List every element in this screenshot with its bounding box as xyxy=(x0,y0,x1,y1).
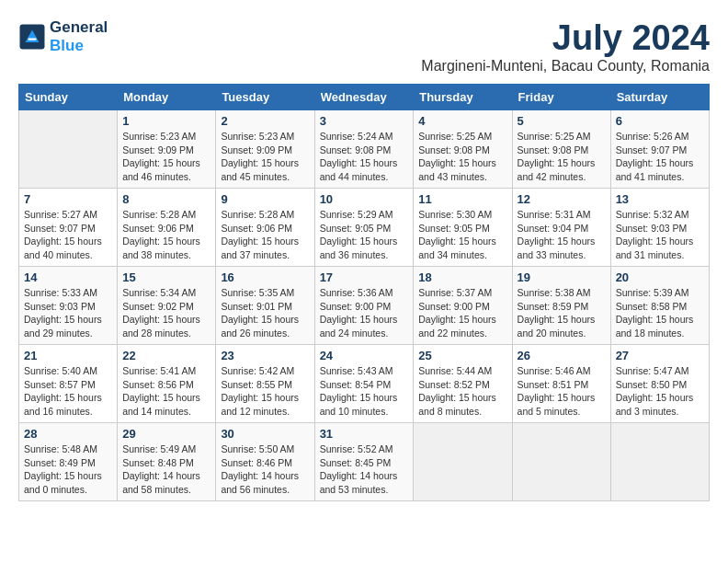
day-info: Sunrise: 5:30 AM Sunset: 9:05 PM Dayligh… xyxy=(418,208,506,262)
calendar-cell: 18Sunrise: 5:37 AM Sunset: 9:00 PM Dayli… xyxy=(414,267,512,345)
day-info: Sunrise: 5:35 AM Sunset: 9:01 PM Dayligh… xyxy=(221,286,309,340)
weekday-header: Saturday xyxy=(610,85,709,110)
calendar-cell: 4Sunrise: 5:25 AM Sunset: 9:08 PM Daylig… xyxy=(414,110,512,189)
calendar-week-row: 7Sunrise: 5:27 AM Sunset: 9:07 PM Daylig… xyxy=(19,189,710,267)
day-number: 14 xyxy=(24,270,112,284)
day-info: Sunrise: 5:48 AM Sunset: 8:49 PM Dayligh… xyxy=(24,442,112,497)
calendar-cell: 25Sunrise: 5:44 AM Sunset: 8:52 PM Dayli… xyxy=(414,345,512,423)
logo-icon xyxy=(18,23,46,51)
weekday-header: Wednesday xyxy=(314,85,414,110)
calendar-cell: 13Sunrise: 5:32 AM Sunset: 9:03 PM Dayli… xyxy=(610,189,709,267)
calendar-cell: 5Sunrise: 5:25 AM Sunset: 9:08 PM Daylig… xyxy=(512,110,610,189)
day-number: 29 xyxy=(122,427,210,441)
calendar-week-row: 21Sunrise: 5:40 AM Sunset: 8:57 PM Dayli… xyxy=(19,345,710,423)
weekday-header: Monday xyxy=(118,85,216,110)
calendar-cell: 30Sunrise: 5:50 AM Sunset: 8:46 PM Dayli… xyxy=(216,423,314,501)
calendar-cell: 14Sunrise: 5:33 AM Sunset: 9:03 PM Dayli… xyxy=(19,267,118,345)
calendar-cell: 12Sunrise: 5:31 AM Sunset: 9:04 PM Dayli… xyxy=(512,189,610,267)
day-number: 25 xyxy=(418,349,506,362)
day-info: Sunrise: 5:25 AM Sunset: 9:08 PM Dayligh… xyxy=(418,130,506,184)
day-number: 7 xyxy=(24,192,112,206)
calendar-cell: 24Sunrise: 5:43 AM Sunset: 8:54 PM Dayli… xyxy=(314,345,414,423)
calendar-cell: 10Sunrise: 5:29 AM Sunset: 9:05 PM Dayli… xyxy=(314,189,414,267)
day-info: Sunrise: 5:41 AM Sunset: 8:56 PM Dayligh… xyxy=(122,364,210,419)
weekday-header: Thursday xyxy=(414,85,512,110)
calendar-cell: 26Sunrise: 5:46 AM Sunset: 8:51 PM Dayli… xyxy=(512,345,610,423)
calendar-cell: 2Sunrise: 5:23 AM Sunset: 9:09 PM Daylig… xyxy=(216,110,314,189)
calendar-table: SundayMondayTuesdayWednesdayThursdayFrid… xyxy=(18,84,710,501)
calendar-cell: 11Sunrise: 5:30 AM Sunset: 9:05 PM Dayli… xyxy=(414,189,512,267)
day-number: 4 xyxy=(418,114,506,128)
day-number: 28 xyxy=(24,427,112,441)
calendar-header-row: SundayMondayTuesdayWednesdayThursdayFrid… xyxy=(19,85,710,110)
calendar-cell xyxy=(512,423,610,501)
month-title: July 2024 xyxy=(421,18,710,58)
day-number: 27 xyxy=(616,349,704,362)
calendar-cell: 28Sunrise: 5:48 AM Sunset: 8:49 PM Dayli… xyxy=(19,423,118,501)
day-number: 9 xyxy=(221,192,309,206)
day-number: 6 xyxy=(616,114,704,128)
day-number: 16 xyxy=(221,270,309,284)
calendar-cell: 8Sunrise: 5:28 AM Sunset: 9:06 PM Daylig… xyxy=(118,189,216,267)
calendar-cell: 1Sunrise: 5:23 AM Sunset: 9:09 PM Daylig… xyxy=(118,110,216,189)
day-number: 31 xyxy=(320,427,409,441)
day-info: Sunrise: 5:23 AM Sunset: 9:09 PM Dayligh… xyxy=(221,130,309,184)
calendar-cell: 27Sunrise: 5:47 AM Sunset: 8:50 PM Dayli… xyxy=(610,345,709,423)
svg-rect-2 xyxy=(28,39,37,40)
calendar-cell: 6Sunrise: 5:26 AM Sunset: 9:07 PM Daylig… xyxy=(610,110,709,189)
calendar-cell: 3Sunrise: 5:24 AM Sunset: 9:08 PM Daylig… xyxy=(314,110,414,189)
calendar-cell: 7Sunrise: 5:27 AM Sunset: 9:07 PM Daylig… xyxy=(19,189,118,267)
day-number: 23 xyxy=(221,349,309,362)
day-number: 20 xyxy=(616,270,704,284)
day-info: Sunrise: 5:24 AM Sunset: 9:08 PM Dayligh… xyxy=(320,130,409,184)
day-number: 8 xyxy=(122,192,210,206)
calendar-week-row: 28Sunrise: 5:48 AM Sunset: 8:49 PM Dayli… xyxy=(19,423,710,501)
day-number: 18 xyxy=(418,270,506,284)
calendar-cell xyxy=(19,110,118,189)
day-number: 15 xyxy=(122,270,210,284)
calendar-cell: 22Sunrise: 5:41 AM Sunset: 8:56 PM Dayli… xyxy=(118,345,216,423)
calendar-cell: 15Sunrise: 5:34 AM Sunset: 9:02 PM Dayli… xyxy=(118,267,216,345)
day-number: 11 xyxy=(418,192,506,206)
day-info: Sunrise: 5:49 AM Sunset: 8:48 PM Dayligh… xyxy=(122,442,210,497)
day-number: 5 xyxy=(518,114,606,128)
calendar-cell: 21Sunrise: 5:40 AM Sunset: 8:57 PM Dayli… xyxy=(19,345,118,423)
day-info: Sunrise: 5:38 AM Sunset: 8:59 PM Dayligh… xyxy=(518,286,606,340)
weekday-header: Friday xyxy=(512,85,610,110)
day-number: 19 xyxy=(518,270,606,284)
day-number: 17 xyxy=(320,270,409,284)
day-info: Sunrise: 5:43 AM Sunset: 8:54 PM Dayligh… xyxy=(320,364,409,419)
day-info: Sunrise: 5:27 AM Sunset: 9:07 PM Dayligh… xyxy=(24,208,112,262)
day-info: Sunrise: 5:34 AM Sunset: 9:02 PM Dayligh… xyxy=(122,286,210,340)
title-block: July 2024 Margineni-Munteni, Bacau Count… xyxy=(421,18,710,75)
calendar-cell xyxy=(610,423,709,501)
day-info: Sunrise: 5:42 AM Sunset: 8:55 PM Dayligh… xyxy=(221,364,309,419)
day-info: Sunrise: 5:23 AM Sunset: 9:09 PM Dayligh… xyxy=(122,130,210,184)
day-number: 21 xyxy=(24,349,112,362)
calendar-week-row: 14Sunrise: 5:33 AM Sunset: 9:03 PM Dayli… xyxy=(19,267,710,345)
calendar-cell: 23Sunrise: 5:42 AM Sunset: 8:55 PM Dayli… xyxy=(216,345,314,423)
day-number: 13 xyxy=(616,192,704,206)
calendar-cell: 16Sunrise: 5:35 AM Sunset: 9:01 PM Dayli… xyxy=(216,267,314,345)
day-info: Sunrise: 5:50 AM Sunset: 8:46 PM Dayligh… xyxy=(221,442,309,497)
day-number: 24 xyxy=(320,349,409,362)
calendar-cell: 9Sunrise: 5:28 AM Sunset: 9:06 PM Daylig… xyxy=(216,189,314,267)
day-number: 10 xyxy=(320,192,409,206)
day-number: 30 xyxy=(221,427,309,441)
day-info: Sunrise: 5:33 AM Sunset: 9:03 PM Dayligh… xyxy=(24,286,112,340)
calendar-cell: 31Sunrise: 5:52 AM Sunset: 8:45 PM Dayli… xyxy=(314,423,414,501)
day-info: Sunrise: 5:28 AM Sunset: 9:06 PM Dayligh… xyxy=(122,208,210,262)
calendar-cell xyxy=(414,423,512,501)
day-info: Sunrise: 5:37 AM Sunset: 9:00 PM Dayligh… xyxy=(418,286,506,340)
calendar-cell: 19Sunrise: 5:38 AM Sunset: 8:59 PM Dayli… xyxy=(512,267,610,345)
calendar-cell: 29Sunrise: 5:49 AM Sunset: 8:48 PM Dayli… xyxy=(118,423,216,501)
calendar-cell: 17Sunrise: 5:36 AM Sunset: 9:00 PM Dayli… xyxy=(314,267,414,345)
calendar-cell: 20Sunrise: 5:39 AM Sunset: 8:58 PM Dayli… xyxy=(610,267,709,345)
location: Margineni-Munteni, Bacau County, Romania xyxy=(421,58,710,75)
day-info: Sunrise: 5:39 AM Sunset: 8:58 PM Dayligh… xyxy=(616,286,704,340)
day-info: Sunrise: 5:52 AM Sunset: 8:45 PM Dayligh… xyxy=(320,442,409,497)
day-info: Sunrise: 5:46 AM Sunset: 8:51 PM Dayligh… xyxy=(518,364,606,419)
day-info: Sunrise: 5:32 AM Sunset: 9:03 PM Dayligh… xyxy=(616,208,704,262)
day-info: Sunrise: 5:40 AM Sunset: 8:57 PM Dayligh… xyxy=(24,364,112,419)
weekday-header: Tuesday xyxy=(216,85,314,110)
